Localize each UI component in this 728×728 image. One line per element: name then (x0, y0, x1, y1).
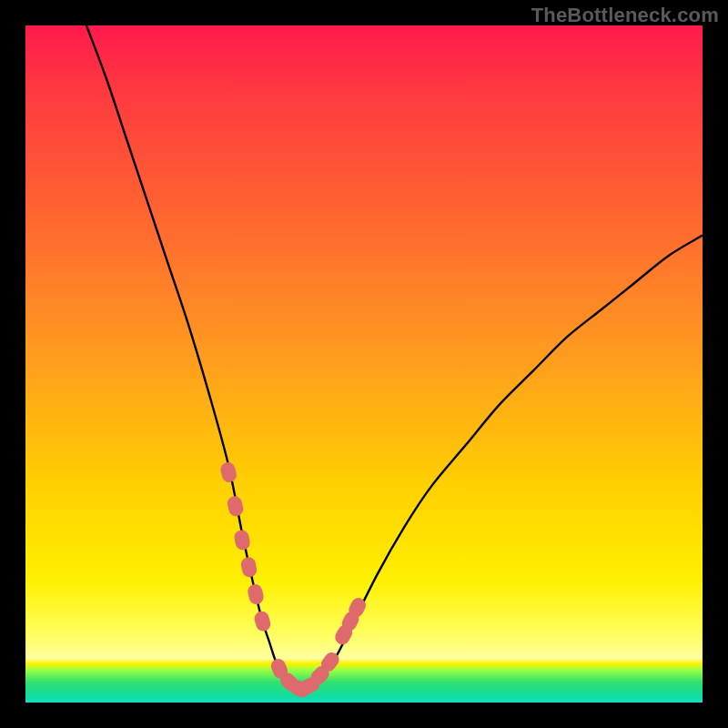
marker-left-segment-2 (226, 495, 245, 518)
chart-svg (25, 25, 703, 703)
plot-area (25, 25, 703, 703)
bottleneck-curve (86, 25, 703, 690)
marker-left-segment-3 (233, 529, 251, 551)
marker-left-segment-5 (247, 582, 266, 605)
watermark-text: TheBottleneck.com (531, 4, 719, 27)
marker-left-segment-4 (239, 556, 258, 579)
marker-left-segment-1 (219, 460, 238, 483)
curve-markers (219, 460, 369, 700)
marker-left-segment-6 (253, 610, 272, 633)
chart-frame: TheBottleneck.com (0, 0, 728, 728)
